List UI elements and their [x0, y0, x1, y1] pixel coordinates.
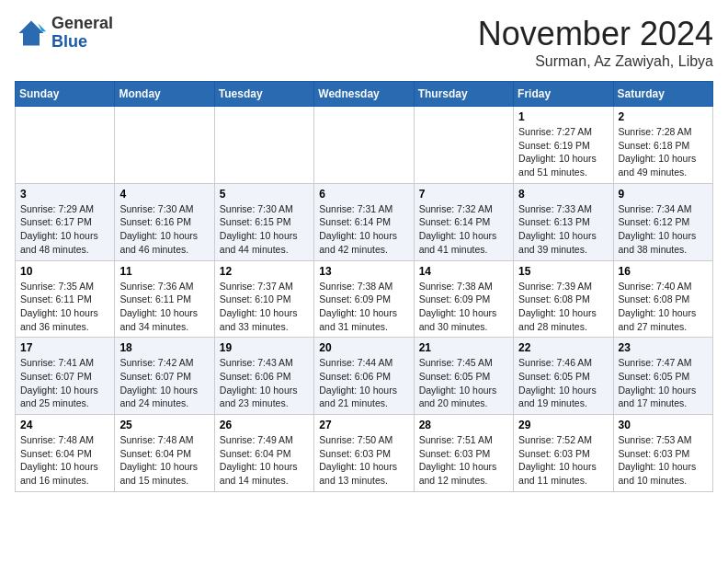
calendar-cell: 4Sunrise: 7:30 AM Sunset: 6:16 PM Daylig… [115, 183, 214, 260]
day-info: Sunrise: 7:30 AM Sunset: 6:16 PM Dayligh… [119, 202, 209, 257]
calendar-cell: 17Sunrise: 7:41 AM Sunset: 6:07 PM Dayli… [16, 338, 115, 415]
calendar-cell: 23Sunrise: 7:47 AM Sunset: 6:05 PM Dayli… [613, 338, 712, 415]
day-info: Sunrise: 7:29 AM Sunset: 6:17 PM Dayligh… [20, 202, 109, 257]
day-number: 24 [20, 419, 109, 431]
day-info: Sunrise: 7:51 AM Sunset: 6:03 PM Dayligh… [419, 433, 508, 488]
logo-icon [15, 17, 48, 50]
logo-blue: Blue [51, 33, 113, 52]
calendar-cell: 13Sunrise: 7:38 AM Sunset: 6:09 PM Dayli… [314, 260, 414, 338]
day-info: Sunrise: 7:45 AM Sunset: 6:05 PM Dayligh… [419, 356, 508, 410]
weekday-header-wednesday: Wednesday [314, 82, 414, 107]
day-number: 23 [619, 341, 708, 354]
day-info: Sunrise: 7:31 AM Sunset: 6:14 PM Dayligh… [319, 202, 408, 257]
calendar-cell: 25Sunrise: 7:48 AM Sunset: 6:04 PM Dayli… [115, 415, 214, 492]
day-info: Sunrise: 7:27 AM Sunset: 6:19 PM Dayligh… [518, 125, 608, 179]
calendar-cell: 28Sunrise: 7:51 AM Sunset: 6:03 PM Dayli… [414, 415, 513, 492]
day-info: Sunrise: 7:46 AM Sunset: 6:05 PM Dayligh… [518, 356, 608, 410]
day-number: 17 [20, 341, 109, 354]
day-number: 10 [20, 265, 109, 278]
day-number: 18 [119, 341, 209, 354]
calendar-cell: 15Sunrise: 7:39 AM Sunset: 6:08 PM Dayli… [514, 260, 613, 338]
day-info: Sunrise: 7:39 AM Sunset: 6:08 PM Dayligh… [518, 280, 608, 334]
day-number: 5 [220, 188, 309, 201]
calendar-cell [314, 107, 414, 184]
calendar-cell: 24Sunrise: 7:48 AM Sunset: 6:04 PM Dayli… [16, 415, 115, 492]
day-info: Sunrise: 7:38 AM Sunset: 6:09 PM Dayligh… [419, 280, 508, 334]
calendar-week-3: 17Sunrise: 7:41 AM Sunset: 6:07 PM Dayli… [16, 338, 713, 415]
logo-general: General [51, 15, 113, 33]
day-info: Sunrise: 7:33 AM Sunset: 6:13 PM Dayligh… [518, 202, 608, 257]
calendar-cell: 30Sunrise: 7:53 AM Sunset: 6:03 PM Dayli… [613, 415, 712, 492]
day-number: 30 [619, 419, 708, 431]
day-number: 7 [419, 188, 508, 201]
day-info: Sunrise: 7:48 AM Sunset: 6:04 PM Dayligh… [119, 433, 209, 488]
weekday-header-saturday: Saturday [613, 82, 712, 107]
day-info: Sunrise: 7:41 AM Sunset: 6:07 PM Dayligh… [20, 356, 109, 410]
day-number: 1 [518, 110, 608, 123]
calendar-cell [115, 107, 214, 184]
day-number: 12 [220, 265, 309, 278]
calendar-week-2: 10Sunrise: 7:35 AM Sunset: 6:11 PM Dayli… [16, 260, 713, 338]
calendar-body: 1Sunrise: 7:27 AM Sunset: 6:19 PM Daylig… [16, 107, 713, 492]
day-number: 13 [319, 265, 408, 278]
calendar-cell: 9Sunrise: 7:34 AM Sunset: 6:12 PM Daylig… [613, 183, 712, 260]
day-number: 4 [119, 188, 209, 201]
day-info: Sunrise: 7:49 AM Sunset: 6:04 PM Dayligh… [220, 433, 309, 488]
calendar-cell: 8Sunrise: 7:33 AM Sunset: 6:13 PM Daylig… [514, 183, 613, 260]
calendar-cell: 21Sunrise: 7:45 AM Sunset: 6:05 PM Dayli… [414, 338, 513, 415]
calendar-cell: 14Sunrise: 7:38 AM Sunset: 6:09 PM Dayli… [414, 260, 513, 338]
day-number: 11 [119, 265, 209, 278]
calendar-table: SundayMondayTuesdayWednesdayThursdayFrid… [15, 81, 713, 492]
calendar-cell: 29Sunrise: 7:52 AM Sunset: 6:03 PM Dayli… [514, 415, 613, 492]
page-header: General Blue November 2024 Surman, Az Za… [15, 15, 713, 70]
calendar-cell: 2Sunrise: 7:28 AM Sunset: 6:18 PM Daylig… [613, 107, 712, 184]
day-number: 16 [619, 265, 708, 278]
day-number: 14 [419, 265, 508, 278]
svg-marker-0 [19, 20, 44, 45]
day-info: Sunrise: 7:50 AM Sunset: 6:03 PM Dayligh… [319, 433, 408, 488]
day-info: Sunrise: 7:34 AM Sunset: 6:12 PM Dayligh… [619, 202, 708, 257]
day-number: 21 [419, 341, 508, 354]
day-info: Sunrise: 7:28 AM Sunset: 6:18 PM Dayligh… [619, 125, 708, 179]
title-block: November 2024 Surman, Az Zawiyah, Libya [478, 15, 713, 70]
day-number: 27 [319, 419, 408, 431]
day-number: 6 [319, 188, 408, 201]
calendar-cell: 27Sunrise: 7:50 AM Sunset: 6:03 PM Dayli… [314, 415, 414, 492]
calendar-cell: 7Sunrise: 7:32 AM Sunset: 6:14 PM Daylig… [414, 183, 513, 260]
calendar-cell: 11Sunrise: 7:36 AM Sunset: 6:11 PM Dayli… [115, 260, 214, 338]
day-info: Sunrise: 7:38 AM Sunset: 6:09 PM Dayligh… [319, 280, 408, 334]
day-number: 2 [619, 110, 708, 123]
weekday-header-tuesday: Tuesday [214, 82, 313, 107]
day-number: 29 [518, 419, 608, 431]
calendar-cell [414, 107, 513, 184]
day-number: 20 [319, 341, 408, 354]
location: Surman, Az Zawiyah, Libya [478, 53, 713, 70]
calendar-cell: 1Sunrise: 7:27 AM Sunset: 6:19 PM Daylig… [514, 107, 613, 184]
calendar-cell [214, 107, 313, 184]
weekday-header-monday: Monday [115, 82, 214, 107]
day-info: Sunrise: 7:47 AM Sunset: 6:05 PM Dayligh… [619, 356, 708, 410]
calendar-cell: 3Sunrise: 7:29 AM Sunset: 6:17 PM Daylig… [16, 183, 115, 260]
day-number: 19 [220, 341, 309, 354]
day-number: 26 [220, 419, 309, 431]
calendar-cell: 18Sunrise: 7:42 AM Sunset: 6:07 PM Dayli… [115, 338, 214, 415]
day-info: Sunrise: 7:35 AM Sunset: 6:11 PM Dayligh… [20, 280, 109, 334]
month-title: November 2024 [478, 15, 713, 53]
day-number: 28 [419, 419, 508, 431]
calendar-week-1: 3Sunrise: 7:29 AM Sunset: 6:17 PM Daylig… [16, 183, 713, 260]
calendar-cell: 26Sunrise: 7:49 AM Sunset: 6:04 PM Dayli… [214, 415, 313, 492]
calendar-cell: 5Sunrise: 7:30 AM Sunset: 6:15 PM Daylig… [214, 183, 313, 260]
calendar-header: SundayMondayTuesdayWednesdayThursdayFrid… [16, 82, 713, 107]
weekday-header-sunday: Sunday [16, 82, 115, 107]
day-info: Sunrise: 7:37 AM Sunset: 6:10 PM Dayligh… [220, 280, 309, 334]
weekday-header-friday: Friday [514, 82, 613, 107]
calendar-cell: 22Sunrise: 7:46 AM Sunset: 6:05 PM Dayli… [514, 338, 613, 415]
day-info: Sunrise: 7:53 AM Sunset: 6:03 PM Dayligh… [619, 433, 708, 488]
day-info: Sunrise: 7:43 AM Sunset: 6:06 PM Dayligh… [220, 356, 309, 410]
calendar-cell: 19Sunrise: 7:43 AM Sunset: 6:06 PM Dayli… [214, 338, 313, 415]
calendar-cell: 10Sunrise: 7:35 AM Sunset: 6:11 PM Dayli… [16, 260, 115, 338]
calendar-cell: 6Sunrise: 7:31 AM Sunset: 6:14 PM Daylig… [314, 183, 414, 260]
day-info: Sunrise: 7:36 AM Sunset: 6:11 PM Dayligh… [119, 280, 209, 334]
day-number: 8 [518, 188, 608, 201]
calendar-cell: 16Sunrise: 7:40 AM Sunset: 6:08 PM Dayli… [613, 260, 712, 338]
